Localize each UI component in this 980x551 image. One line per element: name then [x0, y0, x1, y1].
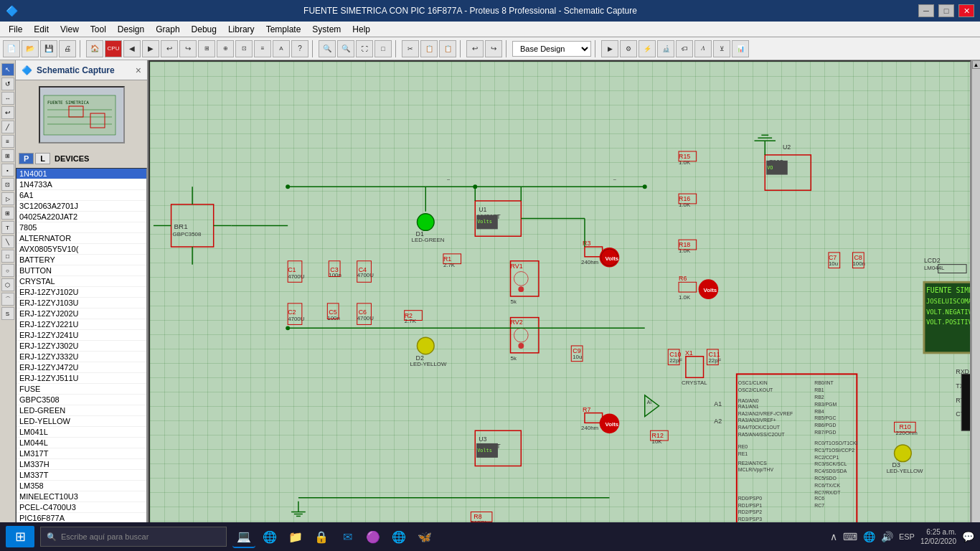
- minimize-button[interactable]: ─: [918, 4, 934, 17]
- comp-item-BATTERY[interactable]: BATTERY: [17, 255, 146, 265]
- new-button[interactable]: 📄: [3, 40, 20, 57]
- wire-tool[interactable]: ╱: [1, 121, 14, 133]
- zoom-out-button[interactable]: 🔍: [337, 40, 354, 57]
- menu-view[interactable]: View: [55, 23, 85, 36]
- comp-item-AVX[interactable]: AVX0805Y5V10(: [17, 244, 146, 255]
- comp-item-LM044L[interactable]: LM044L: [17, 438, 146, 448]
- line-tool[interactable]: ╲: [1, 235, 14, 248]
- back-button[interactable]: ◀: [123, 40, 141, 57]
- language-indicator[interactable]: ESP: [899, 532, 915, 541]
- comp-item-LED-YELLOW[interactable]: LED-YELLOW: [17, 416, 146, 427]
- prop-button[interactable]: ⚙: [620, 40, 637, 57]
- notification-icon[interactable]: 💬: [962, 531, 974, 542]
- comp-tool[interactable]: ⊡: [1, 178, 14, 191]
- taskbar-app-security[interactable]: 🔒: [310, 525, 333, 548]
- menu-graph[interactable]: Graph: [150, 23, 185, 36]
- text-tool[interactable]: T: [1, 221, 14, 234]
- hier-tool[interactable]: ⊞: [1, 207, 14, 220]
- logic-button[interactable]: 𝛬: [694, 40, 712, 57]
- wire-button[interactable]: ⚡: [639, 40, 656, 57]
- tray-keyboard[interactable]: ⌨: [843, 531, 857, 542]
- comp-item-ERJ511[interactable]: ERJ-12ZYJ511U: [17, 373, 146, 384]
- home-button[interactable]: 🏠: [86, 40, 103, 57]
- cpu-button[interactable]: CPU: [105, 40, 122, 57]
- zoom-in-button[interactable]: 🔍: [319, 40, 336, 57]
- bus-tool[interactable]: ⊞: [1, 149, 14, 162]
- close-button[interactable]: ✕: [958, 4, 974, 17]
- component-list[interactable]: 1N4001 1N4733A 6A1 3C12063A2701J 04025A2…: [16, 168, 147, 532]
- comp-item-ERJ302[interactable]: ERJ-12ZYJ302U: [17, 341, 146, 352]
- comp-item-GBPC3508[interactable]: GBPC3508: [17, 395, 146, 405]
- comp-item-CRYSTAL[interactable]: CRYSTAL: [17, 276, 146, 287]
- comp-item-ERJ332[interactable]: ERJ-12ZYJ332U: [17, 352, 146, 362]
- tray-volume[interactable]: 🔊: [881, 531, 893, 542]
- comp-item-ERJ102[interactable]: ERJ-12ZYJ102U: [17, 287, 146, 298]
- comp-item-LM337H[interactable]: LM337H: [17, 459, 146, 470]
- symbol-tool[interactable]: S: [1, 307, 14, 320]
- taskbar-app-mail[interactable]: ✉: [336, 525, 359, 548]
- box-tool[interactable]: □: [1, 250, 14, 263]
- l-button[interactable]: L: [35, 153, 50, 164]
- paste-button[interactable]: 📋: [439, 40, 456, 57]
- redo-button[interactable]: ↪: [179, 40, 197, 57]
- taskbar-app-5[interactable]: 🟣: [362, 525, 385, 548]
- scroll-up-button[interactable]: ▲: [972, 60, 981, 69]
- taskbar-clock[interactable]: 6:25 a.m. 12/02/2020: [920, 527, 956, 546]
- comp-item-ERJ472[interactable]: ERJ-12ZYJ472U: [17, 362, 146, 373]
- comp-item-LM358[interactable]: LM358: [17, 481, 146, 491]
- start-button[interactable]: ⊞: [6, 526, 34, 547]
- taskbar-app-1[interactable]: 💻: [232, 525, 255, 548]
- output-button[interactable]: 📊: [732, 40, 749, 57]
- schematic-canvas[interactable]: BR1 GBPC3508 C1 4700U C2 4700U C3 100n C…: [150, 62, 970, 531]
- menu-design[interactable]: Design: [112, 23, 150, 36]
- comp-item-ALTERNATOR[interactable]: ALTERNATOR: [17, 233, 146, 244]
- p-button[interactable]: P: [19, 153, 34, 164]
- port-tool[interactable]: ▷: [1, 192, 14, 205]
- fwd-button[interactable]: ▶: [142, 40, 159, 57]
- snap-button[interactable]: ⊡: [235, 40, 253, 57]
- copy-button[interactable]: 📋: [420, 40, 438, 57]
- comp-item-MINELECT10U3[interactable]: MINELECT10U3: [17, 491, 146, 502]
- taskbar-app-edge[interactable]: 🌐: [258, 525, 281, 548]
- rotate-tool[interactable]: ↺: [1, 77, 14, 90]
- comp-item-1N4001[interactable]: 1N4001: [17, 169, 146, 179]
- save-button[interactable]: 💾: [40, 40, 57, 57]
- menu-debug[interactable]: Debug: [186, 23, 222, 36]
- taskbar-app-browser[interactable]: 🌐: [387, 525, 410, 548]
- menu-help[interactable]: Help: [347, 23, 376, 36]
- tray-network[interactable]: 🌐: [863, 531, 875, 542]
- menu-system[interactable]: System: [306, 23, 347, 36]
- canvas-area[interactable]: BR1 GBPC3508 C1 4700U C2 4700U C3 100n C…: [149, 60, 971, 532]
- grid-button[interactable]: ⊞: [198, 40, 215, 57]
- comp-item-ERJ202[interactable]: ERJ-12ZYJ202U: [17, 309, 146, 319]
- mixed-button[interactable]: ⊻: [713, 40, 730, 57]
- comp-item-LM317T[interactable]: LM317T: [17, 448, 146, 459]
- comp-item-LM337T[interactable]: LM337T: [17, 470, 146, 481]
- comp-item-7805[interactable]: 7805: [17, 222, 146, 233]
- arc-tool[interactable]: ⌒: [1, 293, 14, 306]
- origin-button[interactable]: ⊕: [217, 40, 234, 57]
- undo2-button[interactable]: ↩: [466, 40, 484, 57]
- select-tool[interactable]: ↖: [1, 63, 14, 76]
- netlist-button[interactable]: ≡: [254, 40, 271, 57]
- maximize-button[interactable]: □: [938, 4, 954, 17]
- circle-tool[interactable]: ○: [1, 264, 14, 277]
- comp-item-3C12063A2701J[interactable]: 3C12063A2701J: [17, 201, 146, 212]
- comp-item-04025A220JAT2[interactable]: 04025A220JAT2: [17, 212, 146, 222]
- comp-item-ERJ103[interactable]: ERJ-12ZYJ103U: [17, 298, 146, 309]
- tab-close-button[interactable]: ×: [136, 65, 141, 76]
- menu-edit[interactable]: Edit: [28, 23, 55, 36]
- zoom-box-button[interactable]: □: [374, 40, 392, 57]
- label-tool[interactable]: ≡: [1, 135, 14, 148]
- undo-button[interactable]: ↩: [161, 40, 178, 57]
- flip-tool[interactable]: ↔: [1, 92, 14, 105]
- taskbar-app-avr[interactable]: 🦋: [413, 525, 436, 548]
- help-button[interactable]: ?: [291, 40, 308, 57]
- taskbar-app-explorer[interactable]: 📁: [284, 525, 307, 548]
- comp-item-PCEL[interactable]: PCEL-C4700U3: [17, 502, 146, 513]
- poly-tool[interactable]: ⬡: [1, 278, 14, 291]
- comp-item-BUTTON[interactable]: BUTTON: [17, 265, 146, 276]
- right-scrollbar[interactable]: ▲ ▼: [971, 60, 980, 532]
- comp-item-LED-GREEN[interactable]: LED-GREEN: [17, 405, 146, 416]
- cut-button[interactable]: ✂: [402, 40, 419, 57]
